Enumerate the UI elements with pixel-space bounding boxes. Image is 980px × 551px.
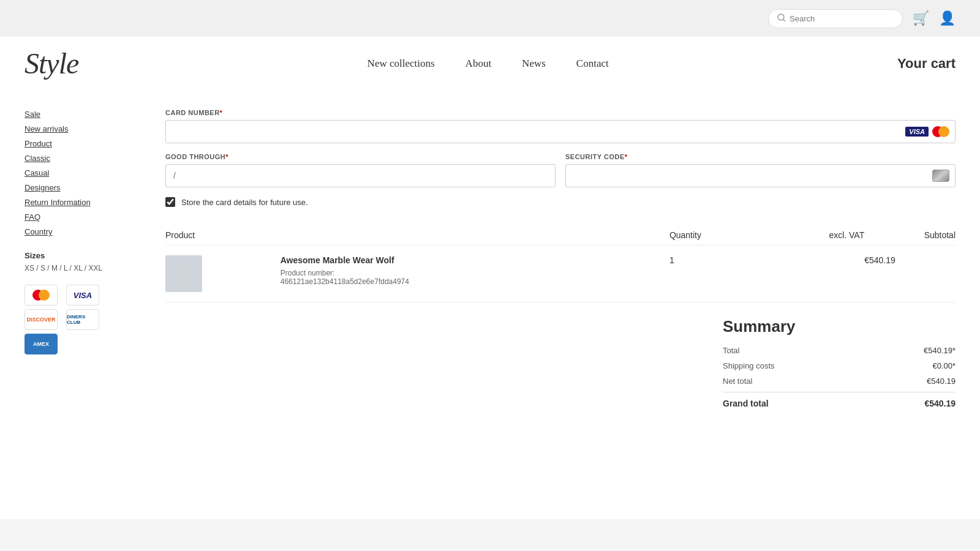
svg-point-0: [778, 14, 784, 20]
summary-net-label: Net total: [723, 377, 752, 386]
summary-row-shipping: Shipping costs €0.00*: [723, 361, 956, 370]
summary-total-value: €540.19*: [924, 346, 956, 355]
th-subtotal: Subtotal: [864, 225, 956, 246]
visa-icon: VISA: [66, 285, 99, 305]
card-brand-icons: VISA: [905, 126, 949, 137]
product-number: Product number: 466121ae132b4118a5d2e6e7…: [281, 269, 669, 286]
sidebar-item-designers[interactable]: Designers: [24, 182, 141, 192]
good-through-label: GOOD THROUGH*: [165, 153, 556, 160]
product-name: Awesome Marble Wear Wolf: [281, 255, 669, 265]
expiry-security-row: GOOD THROUGH* SECURITY CODE*: [165, 153, 956, 187]
product-quantity: 1: [669, 255, 674, 265]
card-number-label: CARD NUMBER*: [165, 109, 956, 116]
store-card-label: Store the card details for future use.: [181, 198, 308, 207]
summary-title: Summary: [723, 317, 956, 336]
sizes-label: Sizes: [24, 251, 141, 260]
summary-section: Summary Total €540.19* Shipping costs €0…: [165, 317, 956, 414]
main-nav: New collections About News Contact: [368, 58, 609, 70]
sidebar-item-classic[interactable]: Classic: [24, 153, 141, 163]
visa-brand-icon: VISA: [905, 127, 929, 137]
logo: Style: [24, 49, 78, 78]
nav-news[interactable]: News: [522, 58, 546, 70]
user-icon[interactable]: 👤: [939, 10, 956, 26]
cart-title: Your cart: [897, 56, 956, 72]
sidebar-item-product[interactable]: Product: [24, 138, 141, 148]
top-bar: 🛒 👤: [0, 0, 980, 37]
product-excl-vat-cell: [762, 246, 864, 302]
card-number-input[interactable]: [165, 120, 956, 143]
sidebar-item-return-information[interactable]: Return Information: [24, 197, 141, 207]
summary-grand-value: €540.19: [924, 399, 956, 408]
payment-icons: VISA DISCOVER DINERS CLUB AMEX: [24, 285, 104, 354]
store-card-checkbox[interactable]: [165, 197, 175, 207]
product-subtotal: €540.19: [864, 255, 895, 265]
security-input-wrapper: [565, 164, 956, 187]
summary-grand-label: Grand total: [723, 399, 769, 408]
table-row: Awesome Marble Wear Wolf Product number:…: [165, 246, 956, 302]
product-thumbnail: [165, 255, 202, 292]
svg-line-1: [783, 20, 785, 21]
content-area: CARD NUMBER* VISA GOOD THROUGH*: [165, 109, 956, 501]
cart-icon[interactable]: 🛒: [913, 10, 929, 26]
search-input[interactable]: [790, 14, 894, 23]
sizes-value: XS / S / M / L / XL / XXL: [24, 264, 141, 272]
th-product: Product: [165, 225, 669, 246]
product-subtotal-cell: €540.19: [864, 246, 956, 302]
sidebar-item-casual[interactable]: Casual: [24, 168, 141, 178]
security-card-icon: [932, 170, 949, 182]
sidebar-item-new-arrivals[interactable]: New arrivals: [24, 124, 141, 133]
product-info-cell: Awesome Marble Wear Wolf Product number:…: [272, 246, 669, 302]
mastercard-brand-icon: [932, 126, 949, 137]
nav-new-collections[interactable]: New collections: [368, 58, 435, 70]
security-code-input[interactable]: [565, 164, 956, 187]
summary-row-net: Net total €540.19: [723, 377, 956, 386]
summary-net-value: €540.19: [927, 377, 956, 386]
main-content: Sale New arrivals Product Classic Casual…: [0, 91, 980, 519]
summary-total-label: Total: [723, 346, 739, 355]
th-excl-vat: excl. VAT: [762, 225, 864, 246]
sidebar-menu: Sale New arrivals Product Classic Casual…: [24, 109, 141, 236]
discover-icon: DISCOVER: [24, 309, 58, 330]
product-qty-cell: 1: [669, 246, 762, 302]
summary-box: Summary Total €540.19* Shipping costs €0…: [723, 317, 956, 414]
security-code-group: SECURITY CODE*: [565, 153, 956, 187]
good-through-input[interactable]: [165, 164, 556, 187]
nav-contact[interactable]: Contact: [576, 58, 609, 70]
sidebar: Sale New arrivals Product Classic Casual…: [24, 109, 141, 501]
card-form: CARD NUMBER* VISA GOOD THROUGH*: [165, 109, 956, 207]
summary-row-grand: Grand total €540.19: [723, 392, 956, 408]
nav-about[interactable]: About: [466, 58, 492, 70]
summary-shipping-value: €0.00*: [932, 361, 956, 370]
summary-shipping-label: Shipping costs: [723, 361, 775, 370]
card-number-wrapper: VISA: [165, 120, 956, 143]
good-through-group: GOOD THROUGH*: [165, 153, 556, 187]
diners-icon: DINERS CLUB: [66, 309, 99, 330]
search-icon: [777, 13, 786, 24]
header: Style New collections About News Contact…: [0, 37, 980, 91]
th-quantity: Quantity: [669, 225, 762, 246]
sidebar-item-country[interactable]: Country: [24, 227, 141, 236]
product-table: Product Quantity excl. VAT Subtotal Awes…: [165, 225, 956, 302]
product-image-cell: [165, 246, 272, 302]
store-card-row: Store the card details for future use.: [165, 197, 956, 207]
amex-icon: AMEX: [24, 334, 58, 354]
summary-row-total: Total €540.19*: [723, 346, 956, 355]
security-code-label: SECURITY CODE*: [565, 153, 956, 160]
sidebar-item-sale[interactable]: Sale: [24, 109, 141, 119]
sidebar-item-faq[interactable]: FAQ: [24, 212, 141, 222]
search-box[interactable]: [768, 9, 903, 28]
product-info: Awesome Marble Wear Wolf Product number:…: [272, 255, 669, 286]
mastercard-icon: [24, 285, 58, 305]
